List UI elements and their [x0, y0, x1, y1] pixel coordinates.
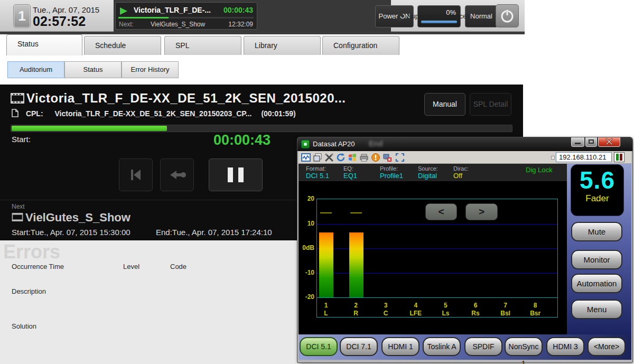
monitor-button[interactable]: Monitor: [571, 250, 622, 269]
format-value: DCI 5.1: [306, 172, 329, 180]
cpl-label: CPL:: [26, 109, 43, 118]
subtab-auditorium[interactable]: Auditorium: [7, 61, 64, 78]
now-playing-title: Victoria_TLR_F_DE-...: [134, 6, 211, 14]
errors-col-level: Level: [123, 263, 139, 270]
close-button[interactable]: [598, 137, 620, 147]
format-label: Format:: [306, 165, 329, 172]
tab-schedule[interactable]: Schedule: [84, 36, 161, 55]
level-bar-ch2: [349, 232, 363, 297]
tab-configuration[interactable]: Configuration: [322, 36, 399, 55]
source-dci-5-1-button[interactable]: DCI 5.1: [300, 337, 338, 356]
subtab-error-history[interactable]: Error History: [122, 61, 179, 78]
now-playing-box[interactable]: Victoria_TLR_F_DE-... 00:00:43 Next: Vie…: [115, 2, 257, 30]
mute-button[interactable]: Mute: [571, 222, 622, 241]
source-hdmi-1-button[interactable]: HDMI 1: [381, 337, 419, 356]
ap20-screen: Format: DCI 5.1 EQ: EQ1 Profile: Profile…: [299, 164, 567, 334]
channel-number-label: 3: [371, 302, 400, 309]
source-label: Source:: [418, 165, 438, 172]
tab-spl[interactable]: SPL: [164, 36, 241, 55]
channel-name-label: Rs: [461, 310, 490, 317]
start-label: Start:: [12, 135, 31, 144]
ap20-body: Format: DCI 5.1 EQ: EQ1 Profile: Profile…: [299, 164, 631, 360]
grid-line: [317, 224, 557, 225]
source-toslink-a-button[interactable]: Toslink A: [423, 337, 461, 356]
normal-mode-button[interactable]: Normal: [465, 5, 498, 27]
printer-icon[interactable]: [359, 153, 369, 162]
elapsed-timer: 00:00:43: [213, 132, 271, 148]
app-root: 1 Tue., Apr. 07, 2015 02:57:52 Victoria_…: [0, 0, 634, 364]
skip-to-start-button[interactable]: [119, 158, 153, 191]
fullscreen-icon[interactable]: [395, 153, 405, 162]
ap20-window-title: Datasat AP20: [313, 140, 355, 148]
now-playing-progress: [118, 17, 254, 18]
channel-name-label: R: [341, 310, 371, 317]
errors-heading: Errors: [3, 241, 60, 263]
source-nonsync-1-button[interactable]: NonSync 1: [505, 337, 543, 356]
ap20-source-row: DCI 5.1 DCI 7.1 HDMI 1 Toslink A SPDIF N…: [299, 334, 631, 360]
maximize-button[interactable]: [585, 137, 597, 147]
errors-solution-label: Solution: [12, 322, 36, 330]
ap20-titlebar[interactable]: Datasat AP20 End: [297, 137, 632, 151]
channel-number-label: 7: [491, 302, 520, 309]
source-spdif-button[interactable]: SPDIF: [464, 337, 502, 356]
top-bar: 1 Tue., Apr. 07, 2015 02:57:52 Victoria_…: [0, 0, 525, 32]
channel-number-label: 5: [431, 302, 460, 309]
alert-icon[interactable]: [371, 153, 380, 162]
meter-page-next-button[interactable]: >: [465, 203, 498, 220]
toolbar-checkbox[interactable]: [551, 156, 555, 160]
refresh-icon[interactable]: [336, 153, 346, 162]
channel-number-label: 2: [341, 302, 371, 309]
cpl-duration: (00:01:59): [261, 109, 295, 118]
source-hdmi-3-button[interactable]: HDMI 3: [546, 337, 584, 356]
fader-display: 5.6 Fader: [571, 164, 624, 216]
minimize-button[interactable]: [571, 137, 584, 147]
meter-page-prev-button[interactable]: <: [425, 203, 457, 220]
channel-name-label: L: [311, 310, 341, 317]
next-section-label: Next: [12, 203, 25, 210]
screen-number-button[interactable]: 1: [14, 5, 30, 27]
y-tick-label: 10: [299, 220, 314, 227]
spl-detail-button[interactable]: SPL Detail: [470, 93, 511, 116]
profile-value: Profile1: [380, 172, 403, 180]
play-icon: [120, 7, 127, 15]
fader-label: Fader: [571, 193, 623, 204]
menu-button[interactable]: Menu: [571, 300, 622, 319]
volume-slider-bar: [421, 21, 457, 23]
show-end-time: 12:32:09: [228, 21, 253, 28]
ap20-status-row: Format: DCI 5.1 EQ: EQ1 Profile: Profile…: [299, 164, 567, 181]
windows-icon[interactable]: [348, 153, 357, 162]
subtab-status[interactable]: Status: [64, 61, 122, 78]
film-icon-small: [12, 213, 23, 221]
profile-label: Profile:: [380, 165, 403, 172]
tools-icon[interactable]: [324, 153, 334, 162]
tab-library[interactable]: Library: [244, 36, 321, 55]
playback-progress-fill: [12, 126, 167, 131]
channel-name-label: Bsr: [520, 310, 550, 317]
pause-button[interactable]: [209, 158, 263, 191]
meter-icon[interactable]: [301, 153, 311, 162]
playing-content-title: Victoria_TLR_F_DE-XX_DE_51_2K_SEN_201502…: [26, 91, 346, 106]
automation-button[interactable]: Automation: [571, 274, 622, 293]
copy-pages-icon[interactable]: [313, 153, 322, 162]
ip-address-field[interactable]: 192.168.110.21: [556, 152, 612, 162]
source-dci-7-1-button[interactable]: DCI 7.1: [340, 337, 378, 356]
eq-value: EQ1: [343, 172, 357, 180]
level-bar-ch1: [319, 232, 333, 297]
film-icon: [11, 93, 24, 104]
ap20-app-icon: [301, 140, 310, 148]
errors-col-occurrence-time: Occurrence Time: [12, 263, 64, 270]
step-back-button[interactable]: [160, 158, 194, 191]
next-label: Next:: [119, 21, 134, 28]
tab-status[interactable]: Status: [6, 34, 82, 55]
channel-name-label: Bsl: [491, 310, 520, 317]
channel-number-label: 8: [520, 302, 550, 309]
now-playing-progress-fill: [118, 17, 169, 18]
channel-name-label: Ls: [431, 310, 460, 317]
channel-name-label: LFE: [401, 310, 431, 317]
network-error-icon[interactable]: [383, 153, 392, 162]
errors-description-label: Description: [12, 287, 46, 295]
peak-marker-ch2: [350, 212, 362, 213]
manual-button[interactable]: Manual: [424, 93, 465, 116]
logout-power-button[interactable]: [496, 4, 519, 27]
source-more-button[interactable]: <More>: [588, 337, 626, 356]
